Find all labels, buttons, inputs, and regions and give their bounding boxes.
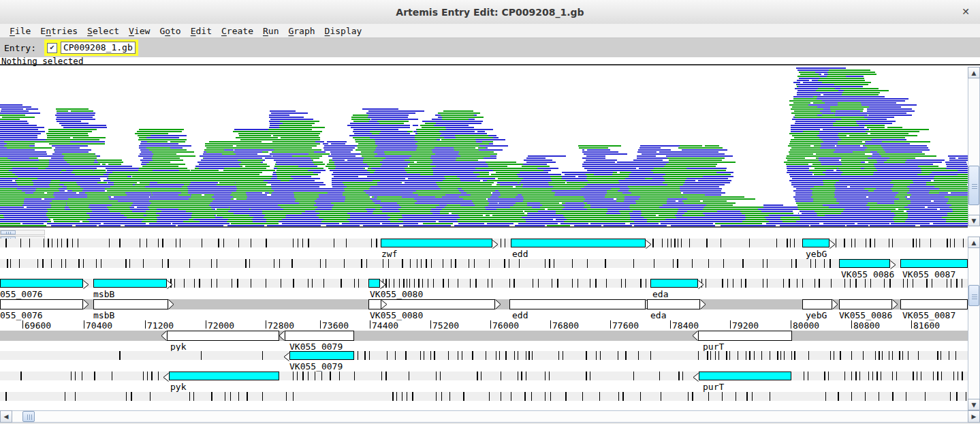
stop-codon-tick bbox=[746, 351, 746, 360]
stop-codon-tick bbox=[795, 259, 797, 268]
strand-row[interactable] bbox=[0, 299, 968, 309]
gene-label-VK055_0087: VK055_0087 bbox=[902, 311, 955, 320]
menu-item-display[interactable]: Display bbox=[320, 26, 367, 36]
frame-line-row[interactable] bbox=[0, 351, 968, 360]
feature-box-VK055_0086[interactable] bbox=[839, 299, 892, 309]
feature-box-zwf[interactable] bbox=[381, 239, 492, 247]
stop-codon-tick bbox=[72, 239, 73, 247]
entry-name-button[interactable]: CP009208_1.gb bbox=[61, 42, 136, 54]
feature-box-purT[interactable] bbox=[698, 331, 792, 341]
stop-codon-tick bbox=[874, 239, 875, 247]
feature-box-VK055_0087[interactable] bbox=[900, 259, 968, 268]
stop-codon-tick bbox=[326, 259, 326, 268]
feature-box-055_0076[interactable] bbox=[0, 299, 83, 309]
menu-item-select[interactable]: Select bbox=[82, 26, 124, 36]
stop-codon-tick bbox=[552, 279, 552, 288]
close-icon[interactable]: ✕ bbox=[960, 5, 972, 18]
stop-codon-tick bbox=[477, 372, 478, 380]
feature-box-pyk[interactable] bbox=[169, 372, 279, 380]
stop-codon-tick bbox=[472, 351, 473, 360]
stop-codon-tick bbox=[859, 372, 860, 380]
hscrollbar[interactable] bbox=[0, 410, 980, 423]
feature-box-VK055_0080[interactable] bbox=[368, 299, 495, 309]
menu-item-file[interactable]: File bbox=[5, 26, 35, 36]
entry-checkbox[interactable]: ✔ bbox=[47, 43, 57, 53]
menu-item-goto[interactable]: Goto bbox=[155, 26, 185, 36]
stop-codon-tick bbox=[481, 372, 481, 380]
stop-codon-tick bbox=[829, 259, 831, 268]
scroll-right-icon[interactable]: ▶ bbox=[968, 410, 980, 423]
stop-codon-tick bbox=[917, 372, 917, 380]
stop-codon-tick bbox=[582, 392, 583, 401]
mini-scrollbar-top[interactable] bbox=[0, 230, 45, 235]
stop-codon-tick bbox=[463, 392, 464, 401]
feature-box-eda[interactable] bbox=[650, 279, 698, 288]
feature-box-VK055_0076[interactable] bbox=[0, 279, 83, 288]
ruler-tick bbox=[84, 320, 84, 329]
stop-codon-tick bbox=[262, 351, 263, 360]
stop-codon-tick bbox=[791, 351, 792, 360]
stop-codon-tick bbox=[194, 279, 195, 288]
frame-line-row[interactable] bbox=[0, 259, 968, 268]
stop-codon-tick bbox=[879, 392, 879, 401]
feature-box-edd[interactable] bbox=[509, 299, 646, 309]
feature-box-purT[interactable] bbox=[699, 372, 791, 380]
stop-codon-tick bbox=[776, 239, 777, 247]
scroll-left-icon[interactable]: ◀ bbox=[0, 410, 12, 423]
menu-item-graph[interactable]: Graph bbox=[283, 26, 319, 36]
stop-codon-tick bbox=[407, 392, 407, 401]
feature-box-eda[interactable] bbox=[647, 299, 700, 309]
feature-box-VK055_0079[interactable] bbox=[289, 351, 354, 360]
feature-box-pyk[interactable] bbox=[167, 331, 279, 341]
menu-item-create[interactable]: Create bbox=[217, 26, 258, 36]
menu-bar: FileEntriesSelectViewGotoEditCreateRunGr… bbox=[0, 24, 980, 38]
stop-codon-tick bbox=[65, 392, 65, 401]
feature-scroll-down-icon[interactable]: ▼ bbox=[968, 399, 980, 410]
stop-codon-tick bbox=[61, 259, 62, 268]
stop-codon-tick bbox=[143, 259, 144, 268]
stop-codon-tick bbox=[633, 259, 634, 268]
stop-codon-tick bbox=[168, 259, 169, 268]
feature-box-VK055_0086[interactable] bbox=[839, 259, 890, 268]
bam-scroll-up-icon[interactable]: ▲ bbox=[968, 67, 980, 78]
frame-line-row[interactable] bbox=[0, 392, 968, 401]
feature-scroll-up-icon[interactable]: ▲ bbox=[968, 237, 980, 248]
feature-box-edd[interactable] bbox=[511, 239, 646, 247]
stop-codon-tick bbox=[727, 279, 728, 288]
stop-codon-tick bbox=[140, 239, 140, 247]
menu-item-view[interactable]: View bbox=[124, 26, 155, 36]
stop-codon-tick bbox=[870, 239, 871, 247]
feature-box-yebG[interactable] bbox=[802, 299, 832, 309]
bam-scroll-down-icon[interactable]: ▼ bbox=[968, 215, 980, 226]
feature-box-VK055_0080[interactable] bbox=[368, 279, 380, 288]
menu-item-run[interactable]: Run bbox=[258, 26, 283, 36]
strand-row[interactable] bbox=[0, 331, 968, 341]
stop-codon-tick bbox=[218, 239, 219, 247]
feature-vscrollbar[interactable] bbox=[968, 237, 980, 410]
bam-vscroll-thumb[interactable] bbox=[968, 166, 979, 205]
frame-line-row[interactable] bbox=[0, 279, 968, 288]
feature-vscroll-thumb[interactable] bbox=[968, 285, 979, 306]
ruler-label: 76800 bbox=[552, 321, 579, 330]
stop-codon-tick bbox=[947, 279, 947, 288]
stop-codon-tick bbox=[492, 279, 492, 288]
feature-box-msbB[interactable] bbox=[93, 299, 168, 309]
feature-display-panel[interactable]: zwfeddyebGVK055_0086VK055_0087055_0076ms… bbox=[0, 228, 980, 410]
hscroll-thumb[interactable] bbox=[22, 411, 35, 422]
stop-codon-tick bbox=[662, 239, 663, 247]
bam-reads-canvas[interactable] bbox=[0, 67, 968, 226]
stop-codon-tick bbox=[790, 239, 791, 247]
feature-box-VK055_0087[interactable] bbox=[900, 299, 968, 309]
frame-line-row[interactable] bbox=[0, 239, 968, 247]
frame-line-row[interactable] bbox=[0, 372, 968, 380]
feature-box-yebG[interactable] bbox=[802, 239, 829, 247]
feature-box-msbB[interactable] bbox=[93, 279, 167, 288]
feature-box-VK055_0079[interactable] bbox=[285, 331, 354, 341]
stop-codon-tick bbox=[409, 279, 410, 288]
menu-item-edit[interactable]: Edit bbox=[186, 26, 217, 36]
stop-codon-tick bbox=[78, 239, 78, 247]
ruler-tick bbox=[266, 320, 266, 329]
stop-codon-tick bbox=[238, 392, 239, 401]
menu-item-entries[interactable]: Entries bbox=[35, 26, 82, 36]
ruler-label: 80000 bbox=[793, 321, 819, 330]
